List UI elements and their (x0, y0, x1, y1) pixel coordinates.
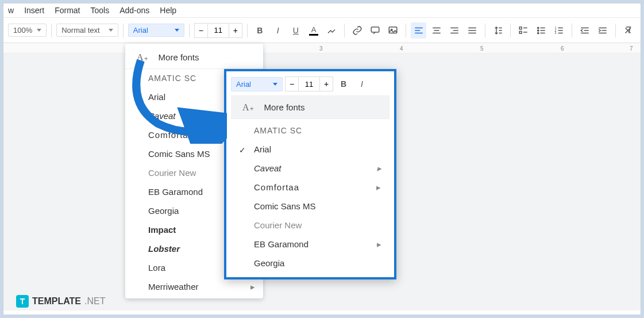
check-icon: ✓ (133, 93, 140, 102)
chevron-down-icon (109, 29, 113, 32)
separator (510, 24, 511, 37)
svg-rect-0 (371, 27, 379, 32)
separator (247, 24, 248, 37)
font-option[interactable]: Courier New (231, 216, 390, 235)
separator (406, 24, 406, 37)
increase-indent-button[interactable] (595, 22, 610, 39)
svg-point-5 (538, 27, 539, 28)
image-button[interactable] (385, 22, 401, 39)
font-size-value[interactable]: 11 (208, 23, 229, 38)
separator (189, 24, 190, 37)
more-fonts-item[interactable]: A₊ More fonts (125, 46, 263, 69)
more-fonts-item[interactable]: A₊ More fonts (231, 96, 390, 119)
separator (572, 24, 572, 37)
checklist-button[interactable] (515, 22, 531, 39)
font-name: Caveat (254, 163, 281, 173)
svg-rect-3 (519, 27, 522, 29)
font-option[interactable]: Amatic SC (231, 121, 390, 140)
paragraph-style-dropdown[interactable]: Normal text (56, 24, 118, 37)
style-value: Normal text (61, 26, 99, 35)
zoom-value: 100% (13, 26, 32, 35)
ruler-mark: 5 (480, 45, 484, 52)
underline-button[interactable]: U (288, 22, 303, 39)
font-option[interactable]: Comic Sans MS (231, 197, 390, 216)
zoom-dropdown[interactable]: 100% (8, 24, 47, 37)
font-name: Amatic SC (148, 74, 196, 83)
align-center-button[interactable] (429, 22, 444, 39)
font-name: Comfortaa (148, 130, 194, 140)
chevron-down-icon (273, 83, 277, 86)
align-left-button[interactable] (411, 22, 426, 39)
more-fonts-label: More fonts (264, 102, 305, 112)
bold-button[interactable]: B (336, 76, 352, 92)
separator (123, 24, 124, 37)
svg-point-6 (538, 29, 539, 30)
comment-button[interactable] (367, 22, 383, 39)
increase-size-button[interactable]: + (319, 76, 333, 91)
menu-item[interactable]: Add-ons (119, 6, 149, 15)
bold-button[interactable]: B (252, 22, 268, 39)
toolbar: 100% Normal text Arial − 11 + B I U A (3, 18, 641, 43)
font-value: Arial (133, 26, 148, 35)
increase-size-button[interactable]: + (229, 23, 242, 38)
menu-item[interactable]: Insert (24, 6, 44, 15)
font-name: Courier New (254, 220, 302, 230)
separator (51, 24, 52, 37)
more-fonts-label: More fonts (159, 52, 199, 62)
font-size-value[interactable]: 11 (299, 76, 319, 91)
font-name: Impact (148, 225, 176, 235)
font-name: Amatic SC (254, 126, 302, 135)
chevron-down-icon (37, 29, 41, 32)
font-size-group: − 11 + (194, 23, 242, 38)
separator (344, 24, 345, 37)
svg-text:3: 3 (555, 31, 557, 35)
text-color-button[interactable]: A (306, 22, 322, 39)
font-name: EB Garamond (254, 239, 308, 249)
watermark-suffix: .NET (84, 296, 105, 306)
menu-item[interactable]: Help (160, 6, 176, 15)
insert-link-button[interactable] (349, 22, 365, 39)
font-name: Courier New (148, 168, 196, 178)
align-right-button[interactable] (446, 22, 462, 39)
font-name: Comic Sans MS (148, 149, 210, 159)
font-dropdown[interactable]: Arial (128, 24, 184, 37)
font-name: Comic Sans MS (254, 201, 316, 211)
font-name: Caveat (148, 111, 176, 121)
font-option[interactable]: Caveat▸ (231, 159, 390, 178)
font-option[interactable]: ✓Arial (231, 140, 390, 159)
line-spacing-button[interactable] (490, 22, 506, 39)
italic-button[interactable]: I (270, 22, 286, 39)
numbered-list-button[interactable]: 123 (552, 22, 567, 39)
font-option[interactable]: EB Garamond▸ (231, 235, 390, 254)
decrease-size-button[interactable]: − (194, 23, 208, 38)
chevron-down-icon (175, 29, 179, 32)
font-name: Merriweather (148, 282, 199, 292)
separator (615, 24, 616, 37)
menu-item[interactable]: Tools (90, 6, 109, 15)
font-name: Arial (148, 92, 165, 102)
ruler-mark: 4 (400, 45, 403, 52)
watermark-brand: TEMPLATE (32, 296, 81, 306)
highlight-button[interactable] (324, 22, 340, 39)
clear-formatting-button[interactable] (620, 22, 636, 39)
ruler-mark: 7 (630, 45, 633, 52)
font-option[interactable]: Merriweather▸ (125, 277, 263, 296)
bullet-list-button[interactable] (534, 22, 549, 39)
svg-rect-4 (519, 31, 522, 33)
font-size-group: − 11 + (285, 76, 333, 91)
italic-button[interactable]: I (354, 76, 370, 92)
font-name: Georgia (254, 258, 284, 268)
font-option[interactable]: Comfortaa▸ (231, 178, 390, 197)
font-dropdown[interactable]: Arial (231, 77, 283, 91)
template-logo-icon: T (16, 295, 29, 308)
font-name: Georgia (148, 206, 179, 216)
decrease-indent-button[interactable] (577, 22, 592, 39)
watermark: T TEMPLATE.NET (16, 295, 105, 308)
ruler-mark: 6 (561, 45, 564, 52)
menu-item[interactable]: w (8, 6, 14, 15)
decrease-size-button[interactable]: − (285, 76, 299, 91)
align-justify-button[interactable] (465, 22, 480, 39)
ruler: 1 2 3 4 5 6 7 (3, 43, 641, 53)
menu-item[interactable]: Format (55, 6, 80, 15)
font-option[interactable]: Georgia (231, 254, 390, 273)
